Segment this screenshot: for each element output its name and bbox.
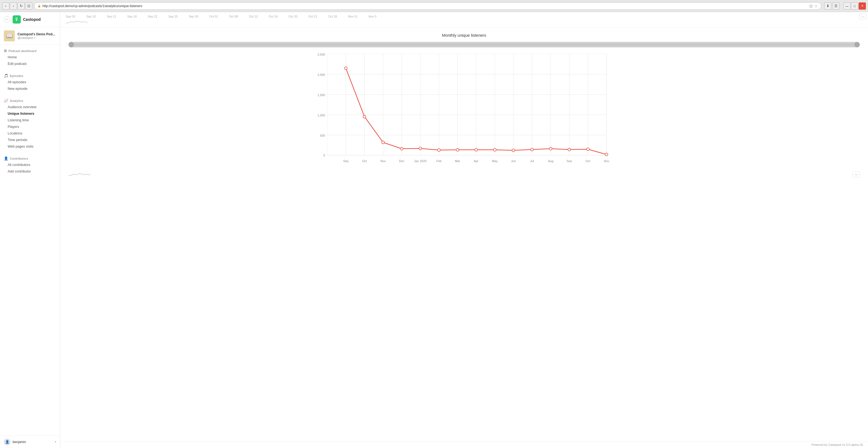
browser-chrome: ‹ › ↻ ⊡ 🔒 http://castopod.demo/cp-admin/… — [0, 0, 868, 12]
svg-text:Jul: Jul — [530, 159, 534, 163]
nav-item-players[interactable]: Players — [0, 123, 60, 130]
svg-rect-0 — [327, 54, 607, 155]
app-logo: 🎙 — [12, 15, 21, 24]
username: benjamin — [12, 440, 26, 444]
nav-section-title: ⊞Podcast dashboard — [0, 48, 60, 54]
data-point-oct — [363, 115, 366, 118]
svg-text:2,500: 2,500 — [317, 53, 325, 56]
nav-section: ⊞Podcast dashboardHomeEdit podcast — [0, 45, 60, 70]
nav-item-add-contributor[interactable]: Add contributor — [0, 168, 60, 175]
svg-text:Nov: Nov — [380, 159, 386, 163]
download-button[interactable]: ⬇ — [824, 2, 831, 9]
nav-item-listening-time[interactable]: Listening time — [0, 117, 60, 123]
browser-nav-buttons: ‹ › ↻ ⊡ — [2, 2, 32, 9]
scroll-date: Oct 20 — [288, 15, 298, 18]
nav-section: 👤ContributorsAll contributorsAdd contrib… — [0, 152, 60, 177]
data-point-may — [493, 148, 496, 151]
window-buttons: — □ ✕ — [843, 2, 866, 9]
scroll-date: Oct 01 — [209, 15, 218, 18]
range-thumb-left[interactable] — [68, 42, 74, 48]
main-content: Sep 03Sep 10Sep 11Sep 18Sep 22Sep 25Sep … — [60, 12, 868, 448]
minimize-button[interactable]: — — [843, 2, 850, 9]
data-point-aug — [549, 147, 552, 150]
scroll-date: Sep 03 — [66, 15, 75, 18]
user-menu-arrow[interactable]: • — [55, 440, 56, 444]
podcast-handle: @castopod ↗ — [18, 36, 55, 39]
nav-sections: ⊞Podcast dashboardHomeEdit podcast🎵Episo… — [0, 45, 60, 177]
scroll-date: Sep 25 — [168, 15, 178, 18]
reload-button[interactable]: ↻ — [18, 2, 25, 9]
range-slider-container[interactable] — [66, 42, 863, 48]
back-nav-button[interactable]: ← — [4, 16, 10, 23]
svg-text:Sep: Sep — [343, 159, 348, 163]
range-track — [74, 43, 854, 46]
external-link-icon: ↗ — [33, 36, 36, 39]
sidebar-footer: 👤 benjamin • — [0, 436, 60, 448]
podcast-title: Castopod's Demo Pod... — [18, 32, 55, 36]
close-button[interactable]: ✕ — [859, 2, 866, 9]
maximize-button[interactable]: □ — [851, 2, 858, 9]
scroll-date: Oct 21 — [308, 15, 317, 18]
data-point-nov — [382, 141, 384, 144]
svg-text:Jun: Jun — [511, 159, 516, 163]
top-scroll-area[interactable]: Sep 03Sep 10Sep 11Sep 18Sep 22Sep 25Sep … — [60, 12, 868, 27]
sidebar: ← 🎙 Castopod 📖 Castopod's Demo Pod... @c… — [0, 12, 60, 448]
scroll-date: Sep 22 — [148, 15, 157, 18]
svg-text:0: 0 — [323, 154, 325, 157]
bookmark-button[interactable]: ⊡ — [25, 2, 32, 9]
scroll-date: Sep 11 — [107, 15, 116, 18]
bottom-overflow-button[interactable]: ··· — [852, 172, 860, 177]
range-thumb-right[interactable] — [854, 42, 860, 48]
address-bar[interactable]: 🔒 http://castopod.demo/cp-admin/podcasts… — [34, 2, 822, 10]
scroll-date: Sep 18 — [127, 15, 137, 18]
data-point-mar — [456, 148, 459, 151]
data-point-jul — [531, 148, 533, 151]
nav-item-locations[interactable]: Locations — [0, 130, 60, 137]
sidebar-header: ← 🎙 Castopod — [0, 12, 60, 27]
data-point-sep2 — [568, 148, 570, 151]
nav-item-audience-overview[interactable]: Audience overview — [0, 104, 60, 110]
nav-item-home[interactable]: Home — [0, 54, 60, 61]
chart-container: Monthly unique listeners — [60, 27, 868, 441]
svg-text:Jan 2020: Jan 2020 — [414, 159, 426, 163]
data-point-nov2 — [605, 153, 608, 156]
menu-button[interactable]: ☰ — [832, 2, 839, 9]
podcast-details: Castopod's Demo Pod... @castopod ↗ — [18, 32, 55, 39]
scroll-dates: Sep 03Sep 10Sep 11Sep 18Sep 22Sep 25Sep … — [66, 15, 376, 18]
data-point-jun — [512, 149, 515, 152]
nav-item-all-contributors[interactable]: All contributors — [0, 161, 60, 168]
user-avatar: 👤 — [4, 439, 10, 445]
svg-text:Oct: Oct — [585, 159, 590, 163]
star-icon: ☆ — [814, 4, 818, 8]
scroll-date: Nov 01 — [348, 15, 358, 18]
scroll-date: Sep 10 — [86, 15, 96, 18]
nav-section: 📈AnalyticsAudience overviewUnique listen… — [0, 95, 60, 152]
svg-text:Dec: Dec — [399, 159, 404, 163]
nav-section-title: 📈Analytics — [0, 97, 60, 104]
data-point-jan — [419, 147, 422, 150]
scroll-date: Oct 16 — [269, 15, 277, 18]
chart-bottom-controls: ··· — [66, 170, 863, 179]
nav-item-web-pages-visits[interactable]: Web pages visits — [0, 143, 60, 150]
svg-text:Mar: Mar — [455, 159, 460, 163]
back-button[interactable]: ‹ — [2, 2, 9, 9]
top-overflow-button[interactable]: ··· — [859, 14, 866, 20]
address-icon: 🔒 — [37, 4, 41, 7]
svg-text:1,500: 1,500 — [317, 93, 325, 97]
svg-text:Feb: Feb — [436, 159, 442, 163]
podcast-info: 📖 Castopod's Demo Pod... @castopod ↗ — [0, 27, 60, 45]
nav-item-edit-podcast[interactable]: Edit podcast — [0, 61, 60, 67]
nav-item-new-episode[interactable]: New episode — [0, 85, 60, 92]
app-layout: ← 🎙 Castopod 📖 Castopod's Demo Pod... @c… — [0, 12, 868, 448]
forward-button[interactable]: › — [10, 2, 17, 9]
nav-item-all-episodes[interactable]: All episodes — [0, 79, 60, 85]
nav-section: 🎵EpisodesAll episodesNew episode — [0, 70, 60, 95]
nav-item-time-periods[interactable]: Time periods — [0, 137, 60, 143]
range-slider[interactable] — [68, 42, 860, 48]
svg-text:2,000: 2,000 — [317, 73, 325, 77]
nav-item-unique-listeners[interactable]: Unique listeners — [0, 110, 60, 117]
browser-actions: ⬇ ☰ — [824, 2, 839, 9]
section-icon: ⊞ — [4, 49, 7, 53]
data-point-apr — [475, 148, 477, 151]
scroll-date: Oct 28 — [328, 15, 337, 18]
